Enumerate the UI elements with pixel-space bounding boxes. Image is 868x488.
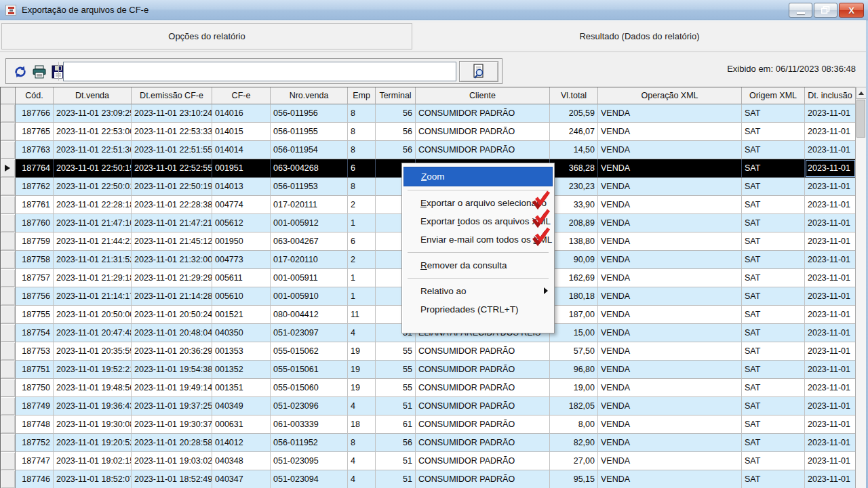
cell-cliente[interactable]: CONSUMIDOR PADRÃO bbox=[416, 379, 550, 397]
cell-cod[interactable]: 187761 bbox=[16, 196, 54, 214]
cell-cfe[interactable]: 001353 bbox=[212, 342, 271, 361]
cell-dt_emissao[interactable]: 2023-11-01 19:49:14 bbox=[132, 379, 212, 397]
table-row[interactable]: 1877532023-11-01 20:35:592023-11-01 20:3… bbox=[1, 342, 868, 361]
cell-cliente[interactable]: CONSUMIDOR PADRÃO bbox=[416, 470, 550, 488]
cell-emp[interactable]: 8 bbox=[348, 434, 376, 452]
cell-emp[interactable]: 6 bbox=[348, 159, 376, 178]
cell-dt_inclusao[interactable]: 2023-11-01 bbox=[805, 141, 856, 159]
cell-dt_venda[interactable]: 2023-11-01 22:53:00 bbox=[54, 123, 132, 141]
cell-cfe[interactable]: 014014 bbox=[212, 141, 271, 159]
cell-dt_inclusao[interactable]: 2023-11-01 bbox=[805, 232, 856, 251]
cell-emp[interactable]: 11 bbox=[348, 306, 376, 324]
restore-button[interactable] bbox=[814, 3, 837, 18]
cell-emp[interactable]: 2 bbox=[348, 196, 376, 214]
cell-cod[interactable]: 187763 bbox=[16, 141, 54, 159]
cell-dt_inclusao[interactable]: 2023-11-01 bbox=[805, 379, 856, 397]
cell-dt_venda[interactable]: 2023-11-01 20:47:48 bbox=[54, 324, 132, 342]
cell-emp[interactable]: 19 bbox=[348, 379, 376, 397]
cell-operacao_xml[interactable]: VENDA bbox=[598, 452, 742, 470]
cell-dt_inclusao[interactable]: 2023-11-01 bbox=[805, 159, 856, 178]
cell-vl_total[interactable]: 8,00 bbox=[550, 415, 598, 434]
cell-dt_venda[interactable]: 2023-11-01 21:29:18 bbox=[54, 269, 132, 287]
cell-dt_inclusao[interactable]: 2023-11-01 bbox=[805, 104, 856, 123]
cell-dt_venda[interactable]: 2023-11-01 19:52:21 bbox=[54, 361, 132, 379]
menu-item-enviar-email[interactable]: Enviar e-mail com todos os XML bbox=[402, 230, 554, 249]
cell-dt_emissao[interactable]: 2023-11-01 22:52:55 bbox=[132, 159, 212, 178]
cell-dt_inclusao[interactable]: 2023-11-01 bbox=[805, 269, 856, 287]
cell-cod[interactable]: 187753 bbox=[16, 342, 54, 361]
cell-vl_total[interactable]: 33,90 bbox=[550, 196, 598, 214]
column-header-cod[interactable]: Cód. bbox=[16, 87, 54, 104]
cell-dt_emissao[interactable]: 2023-11-01 19:37:25 bbox=[132, 397, 212, 415]
cell-emp[interactable]: 18 bbox=[348, 415, 376, 434]
cell-dt_inclusao[interactable]: 2023-11-01 bbox=[805, 415, 856, 434]
cell-cfe[interactable]: 014012 bbox=[212, 434, 271, 452]
cell-operacao_xml[interactable]: VENDA bbox=[598, 141, 742, 159]
cell-nro_venda[interactable]: 051-023096 bbox=[271, 397, 348, 415]
cell-operacao_xml[interactable]: VENDA bbox=[598, 159, 742, 178]
cell-vl_total[interactable]: 246,07 bbox=[550, 123, 598, 141]
cell-dt_emissao[interactable]: 2023-11-01 22:50:19 bbox=[132, 178, 212, 196]
cell-operacao_xml[interactable]: VENDA bbox=[598, 232, 742, 251]
cell-nro_venda[interactable]: 017-020111 bbox=[271, 196, 348, 214]
cell-terminal[interactable]: 55 bbox=[376, 361, 416, 379]
search-input[interactable] bbox=[63, 62, 456, 81]
cell-terminal[interactable]: 55 bbox=[376, 342, 416, 361]
cell-origem_xml[interactable]: SAT bbox=[742, 452, 805, 470]
preview-button[interactable] bbox=[459, 61, 498, 82]
cell-cfe[interactable]: 000631 bbox=[212, 415, 271, 434]
cell-emp[interactable]: 19 bbox=[348, 342, 376, 361]
cell-emp[interactable]: 1 bbox=[348, 269, 376, 287]
minimize-button[interactable] bbox=[789, 3, 812, 18]
cell-cfe[interactable]: 040349 bbox=[212, 397, 271, 415]
cell-nro_venda[interactable]: 056-011952 bbox=[271, 434, 348, 452]
cell-operacao_xml[interactable]: VENDA bbox=[598, 361, 742, 379]
cell-operacao_xml[interactable]: VENDA bbox=[598, 287, 742, 306]
column-header-vl_total[interactable]: Vl.total bbox=[550, 87, 598, 104]
cell-origem_xml[interactable]: SAT bbox=[742, 269, 805, 287]
cell-dt_inclusao[interactable]: 2023-11-01 bbox=[805, 361, 856, 379]
cell-vl_total[interactable]: 57,50 bbox=[550, 342, 598, 361]
cell-operacao_xml[interactable]: VENDA bbox=[598, 470, 742, 488]
close-button[interactable]: X bbox=[839, 3, 864, 18]
cell-operacao_xml[interactable]: VENDA bbox=[598, 434, 742, 452]
cell-origem_xml[interactable]: SAT bbox=[742, 123, 805, 141]
cell-emp[interactable]: 4 bbox=[348, 397, 376, 415]
cell-emp[interactable]: 4 bbox=[348, 470, 376, 488]
cell-cfe[interactable]: 001950 bbox=[212, 232, 271, 251]
table-row[interactable]: 1877482023-11-01 19:30:082023-11-01 19:3… bbox=[1, 415, 868, 434]
table-row[interactable]: 1877652023-11-01 22:53:002023-11-01 22:5… bbox=[1, 123, 868, 141]
cell-terminal[interactable]: 51 bbox=[376, 470, 416, 488]
cell-cfe[interactable]: 001351 bbox=[212, 379, 271, 397]
table-row[interactable]: 1877472023-11-01 19:02:152023-11-01 19:0… bbox=[1, 452, 868, 470]
cell-cliente[interactable]: CONSUMIDOR PADRÃO bbox=[416, 104, 550, 123]
table-row[interactable]: 1877512023-11-01 19:52:212023-11-01 19:5… bbox=[1, 361, 868, 379]
cell-dt_inclusao[interactable]: 2023-11-01 bbox=[805, 397, 856, 415]
cell-emp[interactable]: 8 bbox=[348, 123, 376, 141]
cell-emp[interactable]: 8 bbox=[348, 141, 376, 159]
cell-operacao_xml[interactable]: VENDA bbox=[598, 269, 742, 287]
cell-dt_inclusao[interactable]: 2023-11-01 bbox=[805, 196, 856, 214]
column-header-terminal[interactable]: Terminal bbox=[376, 87, 416, 104]
cell-cod[interactable]: 187762 bbox=[16, 178, 54, 196]
cell-dt_emissao[interactable]: 2023-11-01 21:45:12 bbox=[132, 232, 212, 251]
cell-vl_total[interactable]: 95,15 bbox=[550, 470, 598, 488]
cell-origem_xml[interactable]: SAT bbox=[742, 196, 805, 214]
cell-cliente[interactable]: CONSUMIDOR PADRÃO bbox=[416, 123, 550, 141]
cell-dt_inclusao[interactable]: 2023-11-01 bbox=[805, 306, 856, 324]
cell-vl_total[interactable]: 208,89 bbox=[550, 214, 598, 232]
cell-terminal[interactable]: 56 bbox=[376, 104, 416, 123]
cell-dt_venda[interactable]: 2023-11-01 19:48:56 bbox=[54, 379, 132, 397]
cell-cod[interactable]: 187759 bbox=[16, 232, 54, 251]
cell-cod[interactable]: 187746 bbox=[16, 470, 54, 488]
cell-operacao_xml[interactable]: VENDA bbox=[598, 379, 742, 397]
cell-cfe[interactable]: 004773 bbox=[212, 251, 271, 269]
cell-nro_venda[interactable]: 051-023094 bbox=[271, 470, 348, 488]
cell-nro_venda[interactable]: 051-023095 bbox=[271, 452, 348, 470]
cell-cfe[interactable]: 005610 bbox=[212, 287, 271, 306]
cell-terminal[interactable]: 51 bbox=[376, 397, 416, 415]
cell-nro_venda[interactable]: 017-020110 bbox=[271, 251, 348, 269]
cell-emp[interactable]: 8 bbox=[348, 178, 376, 196]
cell-operacao_xml[interactable]: VENDA bbox=[598, 123, 742, 141]
cell-emp[interactable]: 1 bbox=[348, 214, 376, 232]
